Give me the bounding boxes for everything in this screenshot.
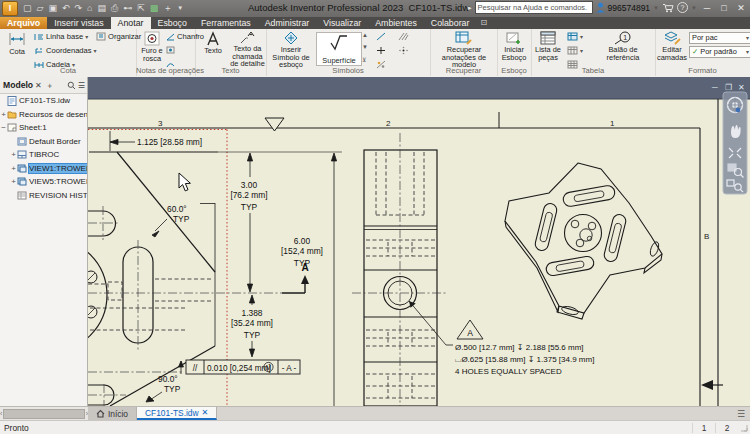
insert-sketch-symbol-button[interactable]: Inserir Símbolo de esboço <box>269 31 313 69</box>
browser-tab-label[interactable]: Modelo <box>0 80 33 90</box>
expand-icon[interactable]: + <box>10 164 17 173</box>
doc-restore-icon[interactable]: ❐ <box>725 83 732 92</box>
tab-colaborar[interactable]: Colaborar <box>424 17 477 29</box>
scroll-left-icon[interactable]: ‹ <box>0 410 2 417</box>
center-mark-button[interactable] <box>376 46 386 55</box>
tree-item-view1[interactable]: + VIEW1:TROWEL SPI <box>0 162 87 176</box>
select-tools-icon[interactable]: ⇱ <box>135 1 147 16</box>
tab-close-icon[interactable]: ✕ <box>202 408 209 417</box>
hatch-region-button[interactable] <box>398 32 409 41</box>
browser-menu-icon[interactable]: ☰ <box>76 81 87 90</box>
measure-icon[interactable]: ⊷ <box>121 1 134 16</box>
tab-document[interactable]: CF101-TS.idw✕ <box>137 407 217 420</box>
balloon-button[interactable]: 1 Balão de referência <box>595 31 651 61</box>
doc-window-controls[interactable]: ─ ❐ ✕ <box>711 83 745 92</box>
sheet-icon[interactable]: ▤ <box>95 1 108 16</box>
open-file-icon[interactable]: ▱ <box>35 1 46 16</box>
doc-close-icon[interactable]: ✕ <box>738 83 745 92</box>
expand-icon[interactable]: + <box>0 110 7 119</box>
maximize-button[interactable]: □ <box>717 3 731 13</box>
drawing-canvas[interactable]: 3 2 1 B <box>88 77 750 406</box>
retrieve-annotations-button[interactable]: Recuperar anotações de modelo <box>438 31 490 69</box>
start-sketch-button[interactable]: Iniciar Esboço <box>498 31 530 61</box>
search-collapse-icon[interactable]: ▸ <box>468 4 472 12</box>
resize-grip[interactable] <box>739 423 749 433</box>
centerline-button[interactable] <box>376 32 386 41</box>
home-icon[interactable]: ⌂ <box>85 1 94 16</box>
help-icon[interactable]: ? <box>677 2 688 13</box>
browser-search-icon[interactable] <box>67 81 76 90</box>
centered-pattern-button[interactable] <box>398 46 409 55</box>
layer-select[interactable]: Por pac▾ <box>689 32 750 44</box>
iproperties-icon[interactable]: ▩ <box>148 1 161 16</box>
tab-arquivo[interactable]: Arquivo <box>0 17 47 29</box>
hole-table-button[interactable]: ▾ <box>567 46 583 55</box>
tree-item-default-border[interactable]: Default Border <box>0 135 87 149</box>
gallery-up-icon[interactable]: ▲ <box>362 32 368 38</box>
tree-item-sheet1[interactable]: − Sheet:1 <box>0 121 87 135</box>
tree-item-tbroc[interactable]: + TIBROC <box>0 148 87 162</box>
ordinate-dimension-button[interactable]: Coordenadas▾ <box>34 46 97 55</box>
undo-icon[interactable]: ↶ <box>60 1 72 16</box>
new-file-icon[interactable]: ▢ <box>21 1 34 16</box>
drawing-sheet-svg: 3 2 1 B <box>88 77 750 406</box>
style-select[interactable]: ✓ Por padrão▾ <box>689 46 750 58</box>
dimension-button[interactable]: Cota <box>1 31 33 56</box>
tree-item-revision-history[interactable]: REVISION HISTORY <box>0 189 87 203</box>
expand-icon[interactable]: + <box>10 177 17 186</box>
text-button[interactable]: Texto <box>197 31 229 55</box>
feature-control-frame[interactable]: // 0.010 [0,254 mm] M - A - <box>179 360 301 374</box>
tab-administrar[interactable]: Administrar <box>258 17 316 29</box>
browser-add-icon[interactable]: ＋ <box>44 80 56 91</box>
minimize-button[interactable]: ─ <box>700 3 714 13</box>
punch-note-button[interactable] <box>166 46 175 54</box>
tree-item-document[interactable]: CF101-TS.idw <box>0 94 87 108</box>
baseline-dimension-button[interactable]: Linha base▾ <box>34 32 88 41</box>
save-icon[interactable]: ▣ <box>46 1 59 16</box>
gallery-expand-icon[interactable]: ⊻ <box>362 56 368 63</box>
inventor-logo-icon[interactable]: I <box>2 1 18 16</box>
scrollbar-thumb[interactable] <box>3 409 84 419</box>
gallery-scroll-arrows[interactable]: ▲ ▼ ⊻ <box>362 32 368 63</box>
help-search-input[interactable]: Pesquisar na Ajuda e comandos. <box>475 1 593 14</box>
tab-visualizar[interactable]: Visualizar <box>316 17 368 29</box>
tab-anotar[interactable]: Anotar <box>111 17 151 29</box>
close-button[interactable]: ✕ <box>734 3 748 13</box>
tab-ambientes[interactable]: Ambientes <box>368 17 424 29</box>
tab-esboco[interactable]: Esboço <box>151 17 194 29</box>
general-table-button[interactable]: ▾ <box>567 32 583 41</box>
qat-dropdown-icon[interactable]: ▼ <box>175 1 185 16</box>
parts-list-button[interactable]: Lista de peças <box>532 31 564 61</box>
tree-item-view5[interactable]: + VIEW5:TROWEL SPI <box>0 175 87 189</box>
tab-inserir-vistas[interactable]: Inserir vistas <box>47 17 110 29</box>
sheet-number-1[interactable]: 1 <box>692 423 715 433</box>
hole-thread-note-button[interactable]: Furo e rosca <box>136 31 168 62</box>
tab-list-menu-icon[interactable]: ☰ <box>732 407 750 420</box>
surface-symbol-gallery[interactable]: Superfície <box>316 32 362 66</box>
help-dropdown-icon[interactable]: ▼ <box>691 5 697 11</box>
navigation-bar[interactable] <box>723 92 747 194</box>
user-dropdown-icon[interactable]: ▼ <box>653 5 659 11</box>
arrange-button[interactable]: Organizar <box>96 32 141 41</box>
tree-item-drawing-resources[interactable]: + Recursos de desenho <box>0 108 87 122</box>
expand-icon[interactable]: + <box>10 150 17 159</box>
print-icon[interactable]: ⎙ <box>109 1 120 16</box>
tab-home[interactable]: Início <box>88 407 137 420</box>
express-tools-icon[interactable]: ⊡ <box>476 17 491 29</box>
ribbon-group-notas: Furo e rosca Chanfro Notas de operações <box>136 29 196 76</box>
user-id[interactable]: 996574891 <box>608 3 651 13</box>
tab-ferramentas[interactable]: Ferramentas <box>194 17 258 29</box>
qat-add-icon[interactable]: ＋ <box>161 1 174 16</box>
redo-icon[interactable]: ↷ <box>73 1 85 16</box>
cart-icon[interactable] <box>662 3 674 13</box>
browser-close-icon[interactable]: ✕ <box>33 81 44 90</box>
gallery-down-icon[interactable]: ▼ <box>362 44 368 50</box>
leader-text-button[interactable]: Texto da chamada de detalhe <box>230 31 265 68</box>
doc-minimize-icon[interactable]: ─ <box>711 83 718 92</box>
centerline-icon <box>376 32 386 41</box>
user-icon[interactable] <box>596 2 605 13</box>
edit-layers-button[interactable]: Editar camadas <box>656 31 688 61</box>
sheet-number-2[interactable]: 2 <box>715 423 738 433</box>
browser-hscrollbar[interactable]: ‹ › <box>0 407 88 420</box>
collapse-icon[interactable]: − <box>0 123 7 132</box>
